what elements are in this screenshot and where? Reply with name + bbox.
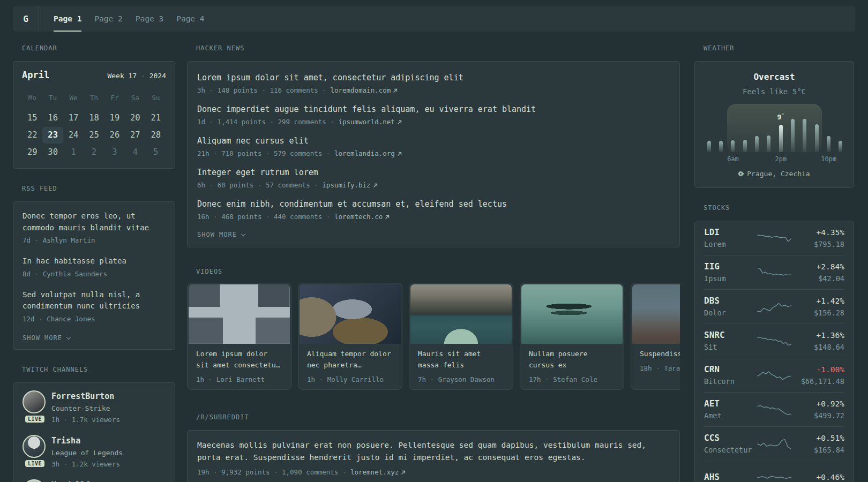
stock-price-block: +1.42%$156.28 (792, 296, 844, 318)
hackernews-item-title[interactable]: Lorem ipsum dolor sit amet, consectetur … (197, 72, 670, 84)
hackernews-item-domain-link[interactable]: loremtech.co (334, 213, 390, 221)
video-title[interactable]: Nullam posuere cursus ex (529, 348, 615, 371)
left-column: CALENDAR April Week 17 · 2024 MoTuWeThFr… (13, 45, 175, 482)
rss-item-title[interactable]: Sed volutpat nulla nisl, a condimentum n… (23, 289, 166, 312)
hackernews-item: Donec imperdiet augue tincidunt felis al… (197, 104, 670, 127)
calendar-box: April Week 17 · 2024 MoTuWeThFrSaSu 1516… (13, 61, 175, 169)
tab-page-3[interactable]: Page 3 (136, 6, 163, 32)
top-navigation: G Page 1Page 2Page 3Page 4 (13, 6, 855, 32)
twitch-channel-row[interactable]: LIVEKendallCarr (23, 479, 166, 482)
rss-item-title[interactable]: In hac habitasse platea (23, 255, 166, 267)
video-card[interactable]: Nullam posuere cursus ex17h · Stefan Col… (520, 283, 624, 390)
video-title[interactable]: Suspendisse diam (640, 348, 680, 359)
hackernews-item-domain-link[interactable]: loremdomain.com (330, 86, 398, 94)
twitch-channel-name[interactable]: Trisha (51, 436, 123, 446)
video-thumbnail (521, 284, 623, 344)
twitch-channel-name[interactable]: KendallCarr (51, 480, 104, 482)
hackernews-item-domain-link[interactable]: ipsumify.biz (322, 181, 377, 189)
video-card[interactable]: Suspendisse diam18h · Tara (631, 283, 680, 390)
stock-row[interactable]: CCSConsectetur+0.51%$165.84 (704, 427, 844, 461)
rss-item-title[interactable]: Donec tempor eros leo, ut commodo mauris… (23, 210, 166, 234)
video-card[interactable]: Mauris sit amet massa felis7h · Grayson … (409, 283, 513, 390)
weather-bar (743, 140, 747, 152)
daylight-region (727, 104, 822, 152)
hackernews-item: Lorem ipsum dolor sit amet, consectetur … (197, 72, 670, 95)
stock-row[interactable]: DBSDolor+1.42%$156.28 (704, 290, 844, 324)
rss-show-more-button[interactable]: SHOW MORE (23, 334, 166, 342)
subreddit-box: Maecenas mollis pulvinar erat non posuer… (187, 430, 680, 482)
tab-page-1[interactable]: Page 1 (54, 6, 81, 32)
twitch-channel-game[interactable]: Counter-Strike (51, 403, 120, 414)
twitch-channel-row[interactable]: LIVEForrestBurtonCounter-Strike1h · 1.7k… (23, 390, 166, 425)
stock-sparkline (757, 334, 792, 349)
calendar-day: 21 (146, 110, 166, 126)
calendar-day: 18 (84, 110, 104, 126)
widget-label-rss: RSS FEED (22, 185, 175, 192)
video-thumbnail (189, 284, 290, 344)
tab-page-2[interactable]: Page 2 (94, 6, 122, 32)
calendar-day: 22 (22, 127, 42, 144)
meta-separator: · (266, 118, 278, 126)
calendar-day: 20 (125, 110, 145, 126)
meta-separator: · (253, 181, 266, 189)
stock-price: $42.04 (792, 274, 844, 283)
hackernews-item-title[interactable]: Integer eget rutrum lorem (197, 167, 670, 178)
video-title[interactable]: Aliquam tempor dolor nec pharetra… (307, 348, 393, 371)
external-link (391, 86, 398, 94)
hackernews-item-title[interactable]: Donec enim nibh, condimentum et accumsan… (197, 199, 670, 210)
rss-box: Donec tempor eros leo, ut commodo mauris… (13, 201, 175, 350)
video-thumbnail (300, 284, 401, 344)
tab-page-4[interactable]: Page 4 (176, 6, 204, 32)
hackernews-item-domain-link[interactable]: ipsumworld.net (338, 118, 401, 126)
subreddit-widget: /R/SUBREDDIT Maecenas mollis pulvinar er… (187, 414, 680, 482)
external-link-icon (397, 152, 402, 156)
stock-symbol-block: AHS (704, 472, 757, 482)
stock-row[interactable]: AHS+0.46% (704, 461, 844, 482)
stock-row[interactable]: AETAmet+0.92%$499.72 (704, 393, 844, 427)
twitch-channel-viewers: 3h · 1.2k viewers (51, 459, 123, 469)
widget-label-stocks: STOCKS (704, 205, 854, 212)
calendar-day: 17 (63, 110, 84, 126)
calendar-day: 5 (146, 144, 166, 161)
hackernews-item-meta: 16h · 468 points · 440 comments · loremt… (197, 212, 670, 222)
twitch-channel-row[interactable]: LIVETrishaLeague of Legends3h · 1.2k vie… (23, 435, 166, 469)
stock-sparkline (757, 368, 792, 383)
subreddit-post-title[interactable]: Maecenas mollis pulvinar erat non posuer… (197, 439, 670, 464)
hackernews-item-domain-link[interactable]: loremlandia.org (334, 149, 402, 157)
subreddit-post-domain-link[interactable]: loremnet.xyz (350, 468, 406, 476)
calendar-day: 28 (146, 127, 166, 144)
stock-row[interactable]: CRNBitcorn-1.00%$66,171.48 (704, 358, 844, 393)
stock-name: Sit (704, 342, 757, 352)
meta-separator: · (426, 375, 438, 383)
stock-row[interactable]: IIGIpsum+2.84%$42.04 (704, 255, 844, 290)
hackernews-show-more-button[interactable]: SHOW MORE (197, 231, 670, 238)
hackernews-item-title[interactable]: Aliquam nec cursus elit (197, 135, 670, 147)
app-logo[interactable]: G (13, 6, 39, 32)
stock-row[interactable]: LDILorem+4.35%$795.18 (704, 221, 844, 255)
twitch-channel-viewers: 1h · 1.7k viewers (51, 415, 120, 425)
stock-symbol-block: SNRCSit (704, 330, 757, 352)
stock-name: Lorem (704, 239, 757, 249)
video-card[interactable]: Lorem ipsum dolor sit amet consectetu…1h… (187, 283, 291, 390)
meta-separator: · (338, 468, 350, 476)
external-link (395, 118, 402, 126)
external-link-icon (397, 120, 402, 125)
stock-symbol: SNRC (704, 330, 757, 341)
hackernews-item-title[interactable]: Donec imperdiet augue tincidunt felis al… (197, 104, 670, 115)
chevron-down-icon (241, 232, 245, 236)
twitch-channel-info: KendallCarr (51, 479, 104, 482)
twitch-channel-name[interactable]: ForrestBurton (51, 391, 120, 402)
video-title[interactable]: Mauris sit amet massa felis (418, 348, 504, 371)
calendar-weekday: We (63, 94, 84, 102)
twitch-channel-game[interactable]: League of Legends (51, 448, 123, 458)
stock-row[interactable]: SNRCSit+1.36%$148.64 (704, 324, 844, 358)
stock-symbol-block: IIGIpsum (704, 261, 757, 283)
stock-change: -1.00% (792, 364, 844, 375)
calendar-week-year: Week 17 · 2024 (107, 72, 166, 80)
video-meta: 17h · Stefan Cole (529, 374, 615, 385)
stock-price: $148.64 (792, 342, 844, 352)
calendar-day: 30 (42, 144, 63, 161)
hackernews-item: Integer eget rutrum lorem6h · 60 points … (197, 167, 670, 190)
video-card[interactable]: Aliquam tempor dolor nec pharetra…1h · M… (298, 283, 402, 390)
video-title[interactable]: Lorem ipsum dolor sit amet consectetu… (196, 348, 282, 371)
